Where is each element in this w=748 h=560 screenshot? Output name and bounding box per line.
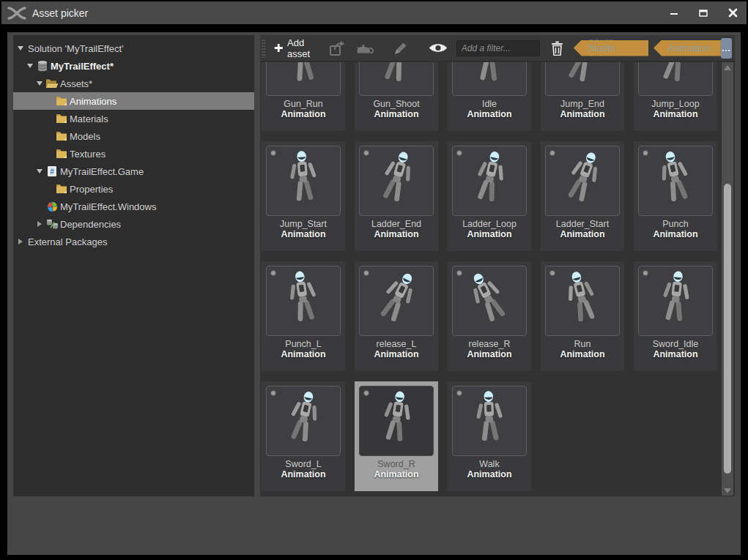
asset-tile-ladder-end[interactable]: Ladder_EndAnimation [355,141,438,251]
filter-input[interactable] [456,40,540,56]
asset-thumbnail [359,386,434,456]
expander-right-icon[interactable] [15,239,26,244]
asset-grid-row: Punch_LAnimationrelease_LAnimationreleas… [262,261,722,371]
expander-down-icon[interactable] [15,46,26,51]
robot-figure-icon [546,146,619,215]
asset-name: Punch_L [262,339,345,349]
close-icon [728,8,738,18]
asset-tile-punch-l[interactable]: Punch_LAnimation [262,261,345,371]
clear-filter-button[interactable] [546,38,569,59]
dependencies-icon [45,219,59,230]
asset-name: Idle [448,99,531,109]
asset-thumbnail [545,146,620,216]
asset-name: release_L [355,339,438,349]
asset-tile-ladder-start[interactable]: Ladder_StartAnimation [541,141,624,251]
tree-item-mytraileffect-windows[interactable]: MyTrailEffect.Windows [13,198,254,215]
asset-tile-sword-idle[interactable]: Sword_IdleAnimation [634,261,717,371]
asset-type-label: Animation [448,229,531,239]
filter-tag-label: Animation [668,42,711,53]
title-bar: Asset picker [1,1,747,24]
asset-name: Sword_R [355,459,438,469]
asset-tile-gun-run[interactable]: Gun_RunAnimation [262,62,345,131]
asset-tile-gun-shoot[interactable]: Gun_ShootAnimation [355,62,438,131]
asset-type-label: Animation [541,229,624,239]
tree-item-label: Models [70,131,100,142]
tree-item-label: External Packages [28,236,107,247]
view-options-button[interactable] [423,39,453,57]
close-button[interactable] [723,5,742,21]
tree-item-mytraileffect[interactable]: MyTrailEffect* [13,57,254,75]
robot-figure-icon [453,62,526,95]
tree-item-label: MyTrailEffect.Windows [60,201,156,212]
asset-tile-release-l[interactable]: release_LAnimation [355,261,438,371]
asset-name: Jump_Loop [634,99,717,109]
tree-item-materials[interactable]: Materials [13,110,254,127]
asset-type-label: Animation [634,109,717,119]
grid-scrollbar[interactable] [722,62,733,496]
asset-tile-punch[interactable]: PunchAnimation [634,141,717,251]
asset-grid-row: Sword_LAnimationSword_RAnimationWalkAnim… [262,381,722,491]
folder-open-icon [45,78,59,89]
asset-type-label: Animation [355,469,438,479]
asset-tile-run[interactable]: RunAnimation [541,261,624,371]
asset-name: Sword_Idle [634,339,717,349]
asset-type-label: Animation [355,349,438,359]
windows-icon [45,201,59,212]
asset-name: Gun_Run [262,99,345,109]
tree-item-assets[interactable]: Assets* [13,75,254,92]
tree-item-label: MyTrailEffect* [51,61,114,72]
tree-item-external-packages[interactable]: External Packages [13,233,254,250]
more-options-button[interactable]: ... [721,38,732,59]
asset-tile-walk[interactable]: WalkAnimation [448,381,531,491]
asset-thumbnail [545,62,620,96]
expander-right-icon[interactable] [34,221,45,227]
scrollbar-thumb[interactable] [724,184,731,474]
robot-figure-icon [360,146,433,215]
filter-tag-animation[interactable]: Animation [653,40,721,56]
svg-text:#: # [50,168,54,176]
tree-item-dependencies[interactable]: Dependencies [13,215,254,233]
robot-figure-icon [453,266,526,335]
add-asset-label: Add asset [287,37,319,59]
ellipsis-icon: ... [722,43,731,53]
asset-tile-sword-l[interactable]: Sword_LAnimation [262,381,345,491]
folder-icon [55,131,68,141]
tree-item-mytraileffect-game[interactable]: #MyTrailEffect.Game [13,163,254,180]
tree-item-solution-mytraileffect[interactable]: Solution 'MyTrailEffect' [13,40,254,57]
add-sample-button[interactable] [351,38,380,59]
filter-tag-sprite-studio[interactable]: Sprite Studio Ani... [574,40,648,56]
add-asset-button[interactable]: Add asset [270,35,323,62]
window-title: Asset picker [32,7,88,19]
tree-item-textures[interactable]: Textures [13,145,254,163]
asset-tile-jump-start[interactable]: Jump_StartAnimation [262,141,345,251]
scroll-up-icon[interactable] [722,62,733,72]
asset-thumbnail [266,386,341,456]
expander-down-icon[interactable] [24,64,36,68]
edit-asset-button[interactable] [388,37,414,59]
tree-item-animations[interactable]: Animations [13,92,254,110]
filter-tag-label: Sprite Studio Ani... [588,35,638,64]
robot-figure-icon [546,266,619,335]
tree-item-label: Materials [70,113,108,124]
scroll-down-icon[interactable] [722,485,733,496]
asset-tile-jump-loop[interactable]: Jump_LoopAnimation [634,62,717,131]
expander-down-icon[interactable] [34,169,45,173]
asset-tile-jump-end[interactable]: Jump_EndAnimation [541,62,624,131]
dialog-body: Solution 'MyTrailEffect'MyTrailEffect*As… [7,32,741,555]
robot-figure-icon [546,62,619,95]
tree-item-properties[interactable]: Properties [13,180,254,198]
asset-tile-ladder-loop[interactable]: Ladder_LoopAnimation [448,141,531,251]
tree-item-models[interactable]: Models [13,127,254,145]
asset-tile-sword-r[interactable]: Sword_RAnimation [355,381,438,491]
asset-tile-release-r[interactable]: release_RAnimation [448,261,531,371]
teapot-icon [356,41,375,56]
import-asset-button[interactable] [323,37,351,59]
minimize-icon [670,9,678,18]
expander-down-icon[interactable] [34,81,45,86]
toolbar-gripper[interactable] [262,39,265,58]
asset-tile-idle[interactable]: IdleAnimation [448,62,531,131]
asset-thumbnail [266,146,341,216]
maximize-button[interactable] [694,5,713,21]
minimize-button[interactable] [664,5,684,21]
asset-thumbnail [452,266,527,336]
